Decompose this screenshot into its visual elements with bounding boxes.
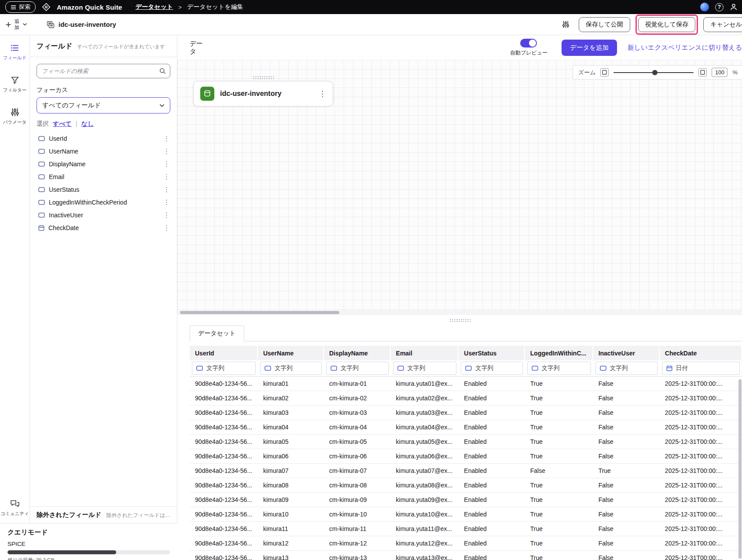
spice-capacity-bar [7,550,170,554]
sidebar-item-fields[interactable]: フィールド [0,43,29,61]
table-cell: cm-kimura-05 [324,435,391,449]
zoom-input[interactable] [712,68,727,77]
cancel-button[interactable]: キャンセル [703,17,742,32]
field-row[interactable]: UserId⋮ [30,132,177,145]
field-search-input[interactable] [37,64,170,78]
table-cell: kimura07 [258,464,324,478]
column-type-cell[interactable]: 文字列 [525,360,593,377]
table-cell: True [525,420,593,435]
table-cell: kimura.yuta10@ex... [391,507,459,522]
dataset-icon [47,21,55,29]
select-links-divider: | [76,120,77,127]
column-type-label: 文字列 [542,364,560,372]
explore-button[interactable]: 探索 [5,1,36,13]
column-header[interactable]: LoggedInWithinC... [525,346,593,360]
column-type-cell[interactable]: 文字列 [258,360,324,377]
assistant-icon[interactable] [700,3,709,11]
field-menu-icon[interactable]: ⋮ [163,224,170,231]
vertical-scrollbar-thumb[interactable] [738,379,742,559]
table-cell: Enabled [459,522,525,536]
table-cell: cm-kimura-01 [324,377,391,391]
horizontal-scrollbar-thumb[interactable] [180,311,339,314]
focus-select[interactable]: すべてのフィールド [37,97,170,113]
help-icon[interactable]: ? [715,3,724,11]
dataset-node[interactable]: idc-user-inventory ⋮ [193,81,333,106]
zoom-slider-thumb[interactable] [652,70,658,75]
column-type-cell[interactable]: 文字列 [190,360,258,377]
field-menu-icon[interactable]: ⋮ [163,148,170,154]
column-type-cell[interactable]: 文字列 [324,360,391,377]
left-column: フィールドフィルターパラメータ コミュニティ フィールド すべてのフィールドが含… [0,35,177,560]
table-cell: kimura.yuta13@ex... [391,551,459,560]
sidebar-item-community[interactable]: コミュニティ [0,499,29,517]
switch-experience-link[interactable]: 新しいエクスペリエンスに切り替える [628,44,742,52]
prepare-settings-icon[interactable] [562,20,570,29]
field-menu-icon[interactable]: ⋮ [163,186,170,193]
breadcrumb-datasets-link[interactable]: データセット [136,3,173,11]
column-header[interactable]: UserStatus [459,346,525,360]
select-none-link[interactable]: なし [81,120,94,128]
sidebar-item-filters[interactable]: フィルター [0,75,29,93]
vertical-scrollbar[interactable] [738,379,742,560]
field-row[interactable]: CheckDate⋮ [30,221,177,234]
horizontal-scrollbar[interactable] [177,310,742,315]
column-type-cell[interactable]: 日付 [660,360,742,377]
auto-preview-toggle[interactable] [520,39,537,48]
column-type-cell[interactable]: 文字列 [459,360,525,377]
column-header[interactable]: UserName [258,346,324,360]
table-cell: False [593,478,660,493]
table-cell: Enabled [459,420,525,435]
panel-resize-handle[interactable] [177,315,742,326]
column-type-cell[interactable]: 文字列 [391,360,459,377]
breadcrumb-separator-icon: > [178,4,182,11]
zoom-reset-button[interactable] [698,68,707,77]
table-row: 90d8e4a0-1234-56...kimura03cm-kimura-03k… [190,406,742,420]
table-cell: kimura.yuta07@ex... [391,464,459,478]
save-publish-button[interactable]: 保存して公開 [579,17,630,32]
auto-preview-group: 自動プレビュー [510,39,547,57]
field-row[interactable]: InactiveUser⋮ [30,209,177,221]
field-row[interactable]: Email⋮ [30,170,177,183]
field-row[interactable]: UserName⋮ [30,145,177,157]
excluded-fields-section: 除外されたフィールド 除外されたフィールドは... [30,506,177,523]
column-header[interactable]: Email [391,346,459,360]
table-cell: 90d8e4a0-1234-56... [190,406,258,420]
table-cell: kimura.yuta05@ex... [391,435,459,449]
table-cell: kimura09 [258,493,324,507]
field-name: UserId [49,135,67,142]
sidebar-item-parameters[interactable]: パラメータ [0,107,29,125]
field-row[interactable]: LoggedInWithinCheckPeriod⋮ [30,196,177,209]
content-area: データ 自動プレビュー データを追加 新しいエクスペリエンスに切り替える ズーム [177,35,742,560]
table-head: UserIdUserNameDisplayNameEmailUserStatus… [190,346,742,377]
add-button[interactable]: 追加 [5,18,27,30]
table-cell: kimura.yuta11@ex... [391,522,459,536]
field-menu-icon[interactable]: ⋮ [163,212,170,218]
field-row[interactable]: DisplayName⋮ [30,157,177,170]
table-cell: 2025-12-31T00:00:... [660,507,742,522]
zoom-slider[interactable] [613,70,694,76]
field-row[interactable]: UserStatus⋮ [30,183,177,196]
select-all-link[interactable]: すべて [53,120,72,128]
drag-handle-dots[interactable] [253,76,274,80]
column-header[interactable]: CheckDate [660,346,742,360]
chevron-down-icon [159,104,165,107]
table-header-row: UserIdUserNameDisplayNameEmailUserStatus… [190,346,742,360]
field-menu-icon[interactable]: ⋮ [163,199,170,205]
column-header[interactable]: UserId [190,346,258,360]
save-visualize-button[interactable]: 視覚化して保存 [638,17,696,32]
user-icon[interactable] [730,3,738,11]
column-type-cell[interactable]: 文字列 [593,360,660,377]
table-cell: False [593,507,660,522]
field-menu-icon[interactable]: ⋮ [163,173,170,180]
field-menu-icon[interactable]: ⋮ [163,161,170,167]
table-cell: kimura11 [258,522,324,536]
table-cell: kimura.yuta04@ex... [391,420,459,435]
column-header[interactable]: InactiveUser [593,346,660,360]
add-data-button[interactable]: データを追加 [562,40,617,56]
dataset-node-menu-icon[interactable]: ⋮ [319,90,326,98]
tab-dataset[interactable]: データセット [190,326,244,341]
zoom-fit-button[interactable] [600,68,609,77]
field-name: LoggedInWithinCheckPeriod [49,199,127,206]
field-menu-icon[interactable]: ⋮ [163,135,170,142]
column-header[interactable]: DisplayName [324,346,391,360]
